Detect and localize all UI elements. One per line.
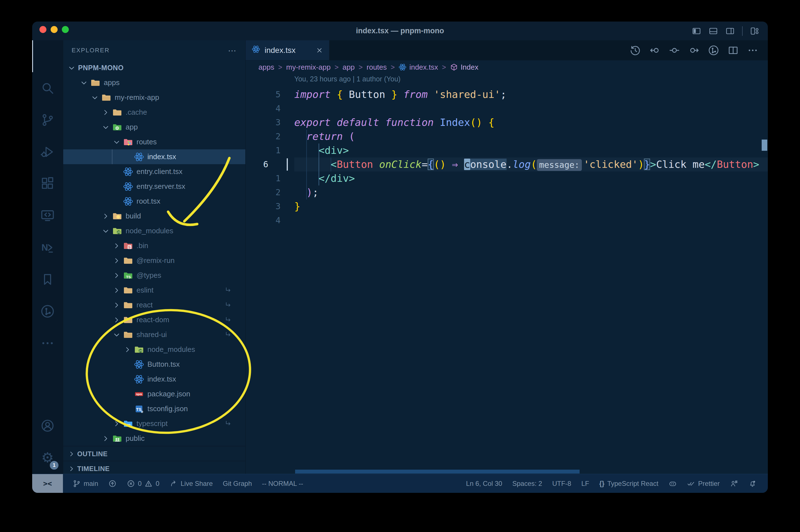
editor-action-gitlens-graph[interactable] [708,45,719,56]
status-live-share[interactable]: Live Share [170,479,213,488]
close-tab-icon[interactable] [316,47,323,54]
tree-item-pnpm-mono[interactable]: PNPM-MONO [63,60,245,75]
breadcrumb-routes[interactable]: routes [367,63,387,72]
chevron-right-icon [112,420,121,428]
tree-item-root-tsx[interactable]: root.tsx [63,194,245,209]
status-git-graph[interactable]: Git Graph [223,480,252,488]
line-number: 1 [246,171,294,186]
activity-explorer[interactable] [32,40,63,72]
tree-item-button-tsx[interactable]: Button.tsx [63,357,245,372]
status-notifications[interactable] [748,479,757,488]
tree-item-index-tsx[interactable]: index.tsx [63,149,245,164]
editor-action-history[interactable] [630,45,641,56]
activity-bookmarks[interactable] [32,264,63,296]
layout-sidebar-right-button[interactable] [725,26,735,36]
line-number: 3 [246,115,294,130]
chevron-right-icon [123,345,132,354]
breadcrumb-my-remix-app[interactable]: my-remix-app [286,63,331,72]
tree-item-entry-client-tsx[interactable]: entry.client.tsx [63,164,245,179]
status-eol[interactable]: LF [581,480,589,488]
tree-item-my-remix-app[interactable]: my-remix-app [63,90,245,105]
status-sync[interactable] [108,479,117,488]
activity-settings[interactable]: ⚙1 [32,442,63,474]
editor-group: index.tsx apps>my-remix-app>app>routes>i… [246,40,768,474]
editor-action-change[interactable] [669,45,680,56]
tab-index-tsx[interactable]: index.tsx [246,40,329,60]
tree-item-label: tsconfig.json [147,404,188,413]
status-copilot[interactable] [668,479,677,488]
remote-indicator[interactable]: >< [32,474,63,493]
status-prettier[interactable]: Prettier [687,479,720,488]
status-feedback[interactable] [730,479,738,488]
activity-extensions[interactable] [32,168,63,200]
tree-item-react[interactable]: react [63,298,245,312]
status-encoding[interactable]: UTF-8 [552,480,571,488]
chevron-right-icon [68,465,76,473]
layout-customize-button[interactable] [750,26,759,36]
code-line: import { Button } from 'shared-ui'; [294,88,507,101]
status-problems[interactable]: 00 [127,479,159,488]
outline-section-header[interactable]: OUTLINE [63,446,245,461]
tree-item-eslint[interactable]: eslint [63,283,245,298]
tree-item--types[interactable]: TS@types [63,268,245,283]
layout-sidebar-left-button[interactable] [692,26,701,36]
tree-item-node-modules[interactable]: JSnode_modules [63,342,245,357]
branch-icon [73,479,81,488]
tree-item--cache[interactable]: .cache [63,105,245,120]
activity-more[interactable] [32,327,63,359]
status-language-mode[interactable]: {}TypeScript React [599,480,658,488]
tree-item-typescript[interactable]: TStypescript [63,416,245,431]
svg-text:⚙: ⚙ [115,126,119,131]
tree-item-entry-server-tsx[interactable]: entry.server.tsx [63,179,245,194]
react-icon [123,182,133,192]
tree-item-label: eslint [136,286,154,294]
status-indentation[interactable]: Spaces: 2 [512,480,542,488]
settings-badge: 1 [50,461,58,470]
layout-panel-bottom-button[interactable] [708,26,718,36]
breadcrumb-apps[interactable]: apps [259,63,274,72]
status-vim-mode[interactable]: -- NORMAL -- [262,480,303,488]
breadcrumb-index[interactable]: Index [450,63,479,72]
activity-search[interactable] [32,72,63,104]
tree-item-index-tsx[interactable]: index.tsx [63,372,245,386]
line-number: 5 [246,88,294,101]
tree-item--remix-run[interactable]: @remix-run [63,253,245,268]
tree-item-public[interactable]: public [63,431,245,446]
symbol-module-icon [450,63,458,71]
tsconfig-icon: TS⚙ [134,404,144,414]
line-number: 6 [246,157,294,171]
tree-item-shared-ui[interactable]: shared-ui [63,327,245,342]
code-area[interactable]: You, 23 hours ago | 1 author (You) 5impo… [246,74,768,474]
tree-item-build[interactable]: build [63,209,245,224]
editor-action-split-editor[interactable] [727,45,739,56]
explorer-more-button[interactable]: ⋯ [228,45,237,55]
editor-action-next-change[interactable] [688,45,700,56]
activity-run-debug[interactable] [32,136,63,168]
tree-item-label: root.tsx [136,197,160,206]
tree-item-react-dom[interactable]: react-dom [63,312,245,327]
breadcrumb-index-tsx[interactable]: index.tsx [399,63,438,72]
activity-remote-explorer[interactable] [32,200,63,232]
breadcrumb-app[interactable]: app [343,63,355,72]
activity-nx-console[interactable]: N [32,232,63,264]
tree-item-tsconfig-json[interactable]: TS⚙tsconfig.json [63,401,245,416]
horizontal-scrollbar[interactable] [295,470,579,474]
symlink-icon [225,316,232,324]
editor-action-prev-change[interactable] [649,45,661,56]
status-cursor-position[interactable]: Ln 6, Col 30 [466,480,502,488]
tree-item-apps[interactable]: apps [63,75,245,90]
symlink-icon [225,331,232,339]
indent-guide [112,149,112,164]
folder-tsblue-icon: TS [123,419,133,429]
editor-action-more[interactable] [747,45,758,56]
tree-item-node-modules[interactable]: JSnode_modules [63,224,245,238]
tree-item-app[interactable]: ⚙app [63,120,245,135]
activity-gitlens[interactable] [32,296,63,327]
tree-item--bin[interactable]: 0110.bin [63,238,245,253]
activity-accounts[interactable] [32,410,63,442]
activity-source-control[interactable] [32,104,63,136]
status-git-branch[interactable]: main [73,479,98,488]
timeline-section-header[interactable]: TIMELINE [63,461,245,474]
tree-item-routes[interactable]: routes [63,135,245,149]
tree-item-package-json[interactable]: npmpackage.json [63,386,245,401]
